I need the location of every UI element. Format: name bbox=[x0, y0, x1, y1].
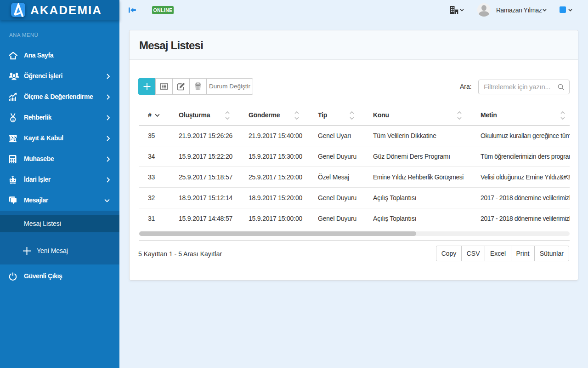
svg-text:1: 1 bbox=[12, 117, 14, 121]
